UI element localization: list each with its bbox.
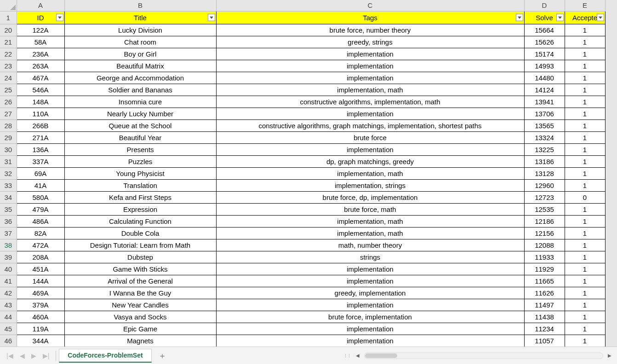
cell[interactable]: implementation [216,143,524,155]
cell[interactable]: 337A [17,155,64,167]
row-header[interactable]: 44 [0,311,17,323]
row-header[interactable]: 31 [0,155,17,167]
row-header[interactable]: 42 [0,287,17,299]
cell[interactable]: brute force, number theory [216,24,524,36]
row-header[interactable]: 40 [0,263,17,275]
cell[interactable]: Game With Sticks [64,263,216,275]
cell[interactable]: 1 [565,335,605,347]
cell[interactable]: Double Cola [64,227,216,239]
cell[interactable]: 460A [17,311,64,323]
header-accepted[interactable]: Accepte [565,11,605,24]
cell[interactable]: 13225 [524,143,565,155]
spreadsheet-grid[interactable]: A B C D E 1 ID Title Tags Solve Accepte … [0,0,617,347]
cell[interactable]: 14993 [524,60,565,72]
cell[interactable]: 13565 [524,119,565,131]
cell[interactable]: implementation [216,72,524,84]
cell[interactable]: 1 [565,72,605,84]
cell[interactable]: Boy or Girl [64,48,216,60]
cell[interactable]: 344A [17,335,64,347]
cell[interactable]: 379A [17,299,64,311]
cell[interactable]: implementation [216,60,524,72]
cell[interactable]: 11057 [524,335,565,347]
sheet-nav-next-icon[interactable]: ▶ [31,352,36,359]
cell[interactable]: 263A [17,60,64,72]
cell[interactable]: Expression [64,203,216,215]
cell[interactable]: Translation [64,179,216,191]
cell[interactable]: 1 [565,48,605,60]
cell[interactable]: implementation, math [216,84,524,96]
row-header[interactable]: 20 [0,24,17,36]
cell[interactable]: dp, graph matchings, greedy [216,155,524,167]
cell[interactable]: 82A [17,227,64,239]
cell[interactable]: 1 [565,203,605,215]
cell[interactable]: implementation, strings [216,179,524,191]
sheet-nav-prev-icon[interactable]: ◀ [20,352,25,359]
cell[interactable]: 13324 [524,131,565,143]
cell[interactable]: 208A [17,251,64,263]
sheet-nav-first-icon[interactable]: |◀ [6,352,13,359]
scrollbar-thumb[interactable] [365,353,397,358]
cell[interactable]: 1 [565,131,605,143]
cell[interactable]: 11234 [524,323,565,335]
cell[interactable]: Puzzles [64,155,216,167]
cell[interactable]: I Wanna Be the Guy [64,287,216,299]
cell[interactable]: 1 [565,36,605,48]
row-header[interactable]: 29 [0,131,17,143]
cell[interactable]: 14124 [524,84,565,96]
cell[interactable]: 119A [17,323,64,335]
cell[interactable]: 1 [565,215,605,227]
row-header-1[interactable]: 1 [0,11,17,24]
cell[interactable]: Lucky Division [64,24,216,36]
cell[interactable]: 14480 [524,72,565,84]
row-header[interactable]: 22 [0,48,17,60]
cell[interactable]: 15174 [524,48,565,60]
row-header[interactable]: 38 [0,239,17,251]
cell[interactable]: 546A [17,84,64,96]
cell[interactable]: 1 [565,263,605,275]
row-header[interactable]: 27 [0,108,17,119]
cell[interactable]: implementation [216,108,524,119]
row-header[interactable]: 35 [0,203,17,215]
cell[interactable]: implementation, math [216,215,524,227]
cell[interactable]: New Year Candles [64,299,216,311]
row-header[interactable]: 34 [0,191,17,203]
col-header-E[interactable]: E [565,0,605,11]
cell[interactable]: 12960 [524,179,565,191]
cell[interactable]: constructive algorithms, graph matchings… [216,119,524,131]
cell[interactable]: implementation [216,299,524,311]
scroll-left-icon[interactable]: ◀ [356,353,360,358]
cell[interactable]: 1 [565,311,605,323]
cell[interactable]: brute force, implementation [216,311,524,323]
sheet-nav-last-icon[interactable]: ▶| [43,352,50,359]
cell[interactable]: 1 [565,275,605,287]
cell[interactable]: 1 [565,24,605,36]
cell[interactable]: implementation [216,48,524,60]
row-header[interactable]: 30 [0,143,17,155]
cell[interactable]: Soldier and Bananas [64,84,216,96]
sheet-tab-active[interactable]: CodeForces-ProblemSet [59,349,151,363]
cell[interactable]: 236A [17,48,64,60]
filter-dropdown-icon[interactable] [516,14,523,21]
cell[interactable]: 1 [565,299,605,311]
cell[interactable]: 580A [17,191,64,203]
cell[interactable]: 1 [565,119,605,131]
cell[interactable]: 1 [565,251,605,263]
row-header[interactable]: 32 [0,167,17,179]
cell[interactable]: 13941 [524,96,565,108]
header-id[interactable]: ID [17,11,64,24]
filter-dropdown-icon[interactable] [56,14,63,21]
cell[interactable]: 1 [565,179,605,191]
cell[interactable]: math, number theory [216,239,524,251]
cell[interactable]: 12535 [524,203,565,215]
cell[interactable]: 11626 [524,287,565,299]
row-header[interactable]: 37 [0,227,17,239]
cell[interactable]: 12156 [524,227,565,239]
cell[interactable]: implementation [216,275,524,287]
cell[interactable]: 15664 [524,24,565,36]
cell[interactable]: greedy, implementation [216,287,524,299]
cell[interactable]: Kefa and First Steps [64,191,216,203]
cell[interactable]: implementation [216,323,524,335]
row-header[interactable]: 41 [0,275,17,287]
cell[interactable]: 12186 [524,215,565,227]
cell[interactable]: 271A [17,131,64,143]
